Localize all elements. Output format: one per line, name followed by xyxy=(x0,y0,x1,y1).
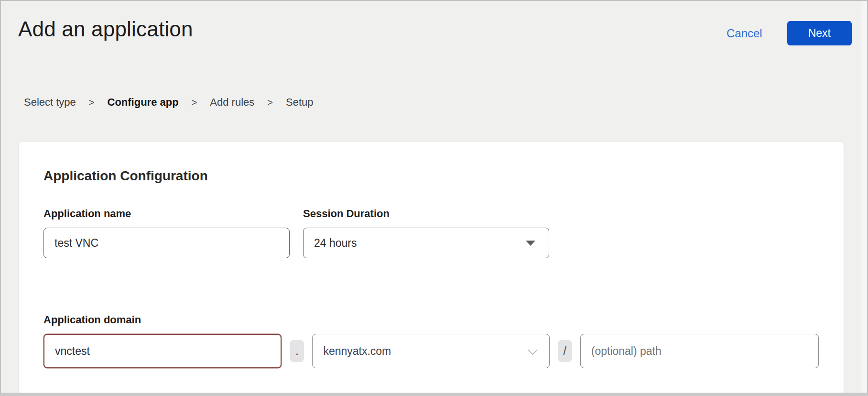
next-button[interactable]: Next xyxy=(787,21,852,45)
slash-separator: / xyxy=(558,340,572,362)
header-actions: Cancel Next xyxy=(727,21,852,45)
domain-select[interactable]: kennyatx.com xyxy=(312,334,549,368)
card-heading: Application Configuration xyxy=(43,168,819,184)
page-header: Add an application Cancel Next xyxy=(18,17,852,45)
step-separator: > xyxy=(89,97,95,108)
name-duration-row: Application name Session Duration 24 hou… xyxy=(43,208,819,258)
application-domain-section: Application domain . kennyatx.com / xyxy=(43,314,819,368)
page-title: Add an application xyxy=(18,17,193,42)
step-configure-app[interactable]: Configure app xyxy=(108,96,179,109)
app-window: Add an application Cancel Next Select ty… xyxy=(0,0,868,396)
application-domain-label: Application domain xyxy=(43,314,819,326)
path-input[interactable] xyxy=(580,334,819,368)
step-add-rules[interactable]: Add rules xyxy=(210,96,254,109)
dot-separator: . xyxy=(290,340,304,362)
step-select-type[interactable]: Select type xyxy=(24,96,76,109)
step-separator: > xyxy=(192,97,197,108)
cancel-button[interactable]: Cancel xyxy=(727,27,762,40)
step-setup[interactable]: Setup xyxy=(286,96,314,109)
caret-down-icon xyxy=(526,241,535,246)
application-name-field: Application name xyxy=(43,208,290,258)
subdomain-input[interactable] xyxy=(43,334,282,368)
session-duration-select[interactable]: 24 hours xyxy=(303,228,549,258)
configuration-card: Application Configuration Application na… xyxy=(18,141,844,396)
vertical-scrollbar[interactable] xyxy=(861,1,867,393)
application-domain-row: . kennyatx.com / xyxy=(43,334,819,368)
page-content: Add an application Cancel Next Select ty… xyxy=(1,1,867,396)
chevron-down-icon xyxy=(527,345,537,355)
session-duration-label: Session Duration xyxy=(303,208,549,220)
application-name-input[interactable] xyxy=(43,228,290,258)
wizard-steps: Select type > Configure app > Add rules … xyxy=(24,96,852,109)
session-duration-value: 24 hours xyxy=(314,237,357,250)
domain-select-value: kennyatx.com xyxy=(323,345,391,358)
step-separator: > xyxy=(267,97,273,108)
application-name-label: Application name xyxy=(43,208,290,220)
session-duration-field: Session Duration 24 hours xyxy=(303,208,549,258)
